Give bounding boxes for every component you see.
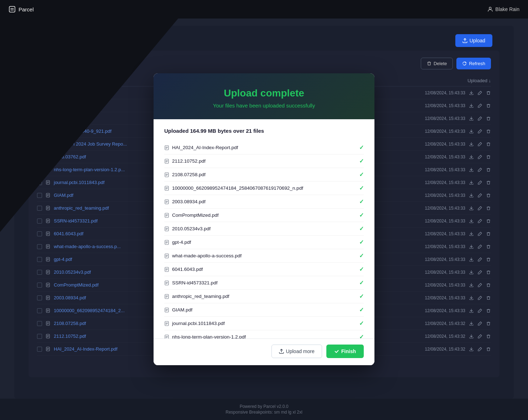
modal-file-name-text: journal.pcbi.1011843.pdf <box>172 321 225 326</box>
file-check-icon: ✓ <box>359 266 364 273</box>
modal-file-list: HAI_2024_AI-Index-Report.pdf ✓ 2112.1075… <box>164 141 364 338</box>
modal-file-item: journal.pcbi.1011843.pdf ✓ <box>164 317 364 330</box>
file-check-icon: ✓ <box>359 198 364 205</box>
modal-file-name: journal.pcbi.1011843.pdf <box>164 321 225 326</box>
modal-file-icon <box>164 280 169 285</box>
modal-file-item: HAI_2024_AI-Index-Report.pdf ✓ <box>164 141 364 154</box>
modal-file-item: 6041.6043.pdf ✓ <box>164 263 364 276</box>
top-nav: Parcel Blake Rain <box>0 0 528 19</box>
modal-file-icon <box>164 186 169 191</box>
modal-file-icon <box>164 145 169 150</box>
modal-file-icon <box>164 267 169 272</box>
modal-file-name-text: what-made-apollo-a-success.pdf <box>172 253 242 258</box>
modal-file-item: anthropic_red_teaming.pdf ✓ <box>164 290 364 303</box>
modal-file-item: SSRN-id4573321.pdf ✓ <box>164 276 364 290</box>
modal-file-icon <box>164 159 169 164</box>
modal-file-name-text: anthropic_red_teaming.pdf <box>172 294 229 299</box>
user-name: Blake Rain <box>495 6 519 12</box>
modal-file-name: 2112.10752.pdf <box>164 158 206 164</box>
finish-button[interactable]: Finish <box>326 345 364 358</box>
upload-complete-modal: Upload complete Your files have been upl… <box>154 73 374 365</box>
svg-rect-37 <box>165 335 169 339</box>
modal-file-item: gpt-4.pdf ✓ <box>164 236 364 249</box>
modal-file-name: 2003.08934.pdf <box>164 199 206 204</box>
modal-file-icon <box>164 294 169 299</box>
modal-file-name: 6041.6043.pdf <box>164 267 203 272</box>
file-check-icon: ✓ <box>359 212 364 219</box>
svg-point-1 <box>489 7 491 9</box>
modal-file-item: nhs-long-term-plan-version-1.2.pdf ✓ <box>164 330 364 338</box>
file-check-icon: ✓ <box>359 171 364 178</box>
modal-file-name-text: 10000000_662098952474184_258406708761917… <box>172 185 303 191</box>
modal-header: Upload complete Your files have been upl… <box>154 73 374 119</box>
modal-stats: Uploaded 164.99 MB bytes over 21 files <box>164 128 364 134</box>
modal-subtitle: Your files have been uploaded successful… <box>164 103 364 109</box>
modal-file-name: ComPromptMized.pdf <box>164 212 219 218</box>
modal-file-icon <box>164 240 169 245</box>
modal-overlay: Upload complete Your files have been upl… <box>0 19 528 420</box>
modal-file-name: 2108.07258.pdf <box>164 172 206 177</box>
modal-file-name-text: 2003.08934.pdf <box>172 199 206 204</box>
user-icon <box>487 6 493 12</box>
svg-rect-0 <box>9 6 15 12</box>
modal-file-name-text: nhs-long-term-plan-version-1.2.pdf <box>172 334 246 338</box>
parcel-icon <box>9 6 16 13</box>
modal-file-name-text: 2112.10752.pdf <box>172 158 206 164</box>
upload-more-button[interactable]: Upload more <box>271 345 322 358</box>
file-check-icon: ✓ <box>359 225 364 232</box>
modal-file-name-text: 2010.05234v3.pdf <box>172 226 211 231</box>
modal-file-name-text: ComPromptMized.pdf <box>172 212 219 218</box>
main-content: 32% Upload Your uploads (2 <box>0 19 528 420</box>
modal-file-name: 2010.05234v3.pdf <box>164 226 211 231</box>
file-check-icon: ✓ <box>359 320 364 327</box>
file-check-icon: ✓ <box>359 239 364 246</box>
app-name: Parcel <box>19 6 34 12</box>
modal-file-name: gpt-4.pdf <box>164 240 191 245</box>
modal-file-name-text: GIAM.pdf <box>172 307 192 313</box>
modal-file-name-text: SSRN-id4573321.pdf <box>172 280 218 285</box>
finish-check-icon <box>334 349 339 354</box>
modal-file-name: GIAM.pdf <box>164 307 192 313</box>
modal-file-name: SSRN-id4573321.pdf <box>164 280 218 285</box>
app-logo: Parcel <box>9 6 34 13</box>
finish-label: Finish <box>341 348 356 354</box>
modal-file-icon <box>164 213 169 218</box>
modal-file-name: HAI_2024_AI-Index-Report.pdf <box>164 145 238 150</box>
upload-more-icon <box>279 349 284 354</box>
modal-file-item: 2112.10752.pdf ✓ <box>164 154 364 168</box>
modal-title: Upload complete <box>164 88 364 99</box>
file-check-icon: ✓ <box>359 279 364 286</box>
modal-file-icon <box>164 253 169 258</box>
modal-file-item: what-made-apollo-a-success.pdf ✓ <box>164 249 364 263</box>
file-check-icon: ✓ <box>359 185 364 191</box>
file-check-icon: ✓ <box>359 334 364 338</box>
modal-body: Uploaded 164.99 MB bytes over 21 files H… <box>154 119 374 338</box>
modal-file-name: what-made-apollo-a-success.pdf <box>164 253 242 258</box>
modal-footer: Upload more Finish <box>154 338 374 365</box>
modal-file-name-text: 6041.6043.pdf <box>172 267 203 272</box>
modal-file-item: 2003.08934.pdf ✓ <box>164 195 364 209</box>
modal-file-icon <box>164 172 169 177</box>
upload-more-label: Upload more <box>286 348 315 354</box>
modal-file-icon <box>164 321 169 326</box>
modal-file-icon <box>164 335 169 339</box>
file-check-icon: ✓ <box>359 293 364 300</box>
modal-file-name-text: HAI_2024_AI-Index-Report.pdf <box>172 145 238 150</box>
modal-file-item: 2108.07258.pdf ✓ <box>164 168 364 182</box>
file-check-icon: ✓ <box>359 306 364 313</box>
user-menu[interactable]: Blake Rain <box>487 6 519 12</box>
modal-file-icon <box>164 308 169 313</box>
modal-file-name-text: gpt-4.pdf <box>172 240 191 245</box>
modal-file-icon <box>164 199 169 204</box>
modal-file-name-text: 2108.07258.pdf <box>172 172 206 177</box>
modal-file-item: GIAM.pdf ✓ <box>164 303 364 317</box>
modal-file-name: anthropic_red_teaming.pdf <box>164 294 229 299</box>
modal-file-item: 2010.05234v3.pdf ✓ <box>164 222 364 236</box>
modal-file-name: nhs-long-term-plan-version-1.2.pdf <box>164 334 246 338</box>
file-check-icon: ✓ <box>359 252 364 259</box>
file-check-icon: ✓ <box>359 144 364 151</box>
modal-file-item: 10000000_662098952474184_258406708761917… <box>164 182 364 195</box>
file-check-icon: ✓ <box>359 158 364 164</box>
modal-file-name: 10000000_662098952474184_258406708761917… <box>164 185 303 191</box>
modal-file-icon <box>164 226 169 231</box>
